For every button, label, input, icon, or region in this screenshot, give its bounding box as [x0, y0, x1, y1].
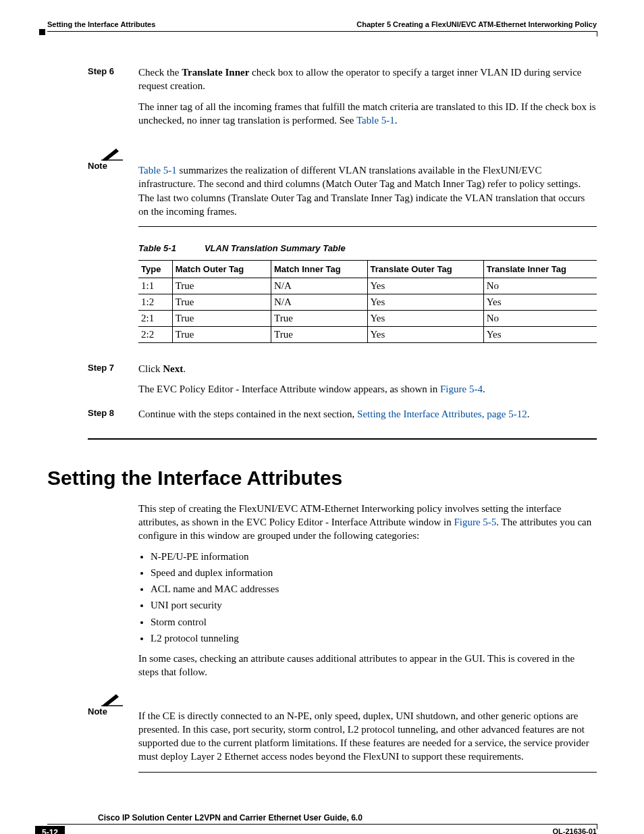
note-1-text: Table 5-1 summarizes the realization of …: [138, 163, 597, 218]
list-item: L2 protocol tunneling: [151, 631, 597, 645]
page-number: 5-12: [35, 826, 65, 835]
note-block-2: Note If the CE is directly connected to …: [88, 692, 597, 773]
header-rule: [47, 31, 597, 32]
vlan-translation-table: Type Match Outer Tag Match Inner Tag Tra…: [138, 260, 597, 343]
header-chapter: Chapter 5 Creating a FlexUNI/EVC ATM-Eth…: [356, 20, 597, 28]
note-2-text: If the CE is directly connected to an N-…: [138, 709, 597, 764]
table-5-1-link-2[interactable]: Table 5-1: [138, 165, 177, 176]
setting-interface-attributes-link[interactable]: Setting the Interface Attributes, page 5…: [357, 409, 527, 419]
document-id: OL-21636-01: [553, 827, 597, 835]
pencil-icon: [101, 146, 597, 161]
section-heading: Setting the Interface Attributes: [47, 467, 597, 490]
list-item: ACL name and MAC addresses: [151, 582, 597, 596]
step-6-p1: Check the Translate Inner check box to a…: [138, 66, 597, 93]
note-label: Note: [88, 161, 138, 221]
footer-book-title: Cisco IP Solution Center L2VPN and Carri…: [98, 813, 597, 823]
step-7: Step 7 Click Next. The EVC Policy Editor…: [88, 362, 597, 403]
page-footer: Cisco IP Solution Center L2VPN and Carri…: [47, 813, 597, 835]
step-label: Step 6: [88, 66, 138, 134]
th-match-outer: Match Outer Tag: [172, 261, 271, 278]
step-7-p1: Click Next.: [138, 362, 485, 375]
table-caption: Table 5-1VLAN Translation Summary Table: [138, 243, 597, 253]
figure-5-5-link[interactable]: Figure 5-5: [454, 517, 496, 527]
list-item: Speed and duplex information: [151, 566, 597, 579]
category-list: N-PE/U-PE information Speed and duplex i…: [138, 550, 597, 646]
list-item: Storm control: [151, 615, 597, 629]
step-6-p2: The inner tag of all the incoming frames…: [138, 100, 597, 128]
th-type: Type: [138, 261, 172, 278]
section-after: In some cases, checking an attribute cau…: [138, 652, 597, 679]
pencil-icon: [101, 692, 597, 706]
note-block-1: Note Table 5-1 summarizes the realizatio…: [88, 146, 597, 227]
step-7-p2: The EVC Policy Editor - Interface Attrib…: [138, 382, 485, 396]
header-section: Setting the Interface Attributes: [47, 20, 155, 28]
step-8-p1: Continue with the steps contained in the…: [138, 407, 529, 421]
table-row: 2:2 True True Yes Yes: [138, 327, 597, 343]
table-row: 1:2 True N/A Yes Yes: [138, 294, 597, 311]
table-row: 1:1 True N/A Yes No: [138, 278, 597, 294]
list-item: UNI port security: [151, 598, 597, 612]
th-translate-inner: Translate Inner Tag: [483, 261, 597, 278]
note-label: Note: [88, 706, 138, 766]
step-6: Step 6 Check the Translate Inner check b…: [88, 66, 597, 134]
step-label: Step 8: [88, 407, 138, 427]
step-label: Step 7: [88, 362, 138, 403]
th-translate-outer: Translate Outer Tag: [367, 261, 483, 278]
th-match-inner: Match Inner Tag: [271, 261, 368, 278]
end-of-steps-rule: [88, 438, 597, 440]
running-header: Setting the Interface Attributes Chapter…: [47, 20, 597, 28]
table-5-1-link[interactable]: Table 5-1: [356, 115, 395, 126]
list-item: N-PE/U-PE information: [151, 550, 597, 563]
figure-5-4-link[interactable]: Figure 5-4: [440, 384, 483, 394]
step-8: Step 8 Continue with the steps contained…: [88, 407, 597, 427]
table-row: 2:1 True True Yes No: [138, 311, 597, 327]
section-intro: This step of creating the FlexUNI/EVC AT…: [138, 502, 597, 543]
